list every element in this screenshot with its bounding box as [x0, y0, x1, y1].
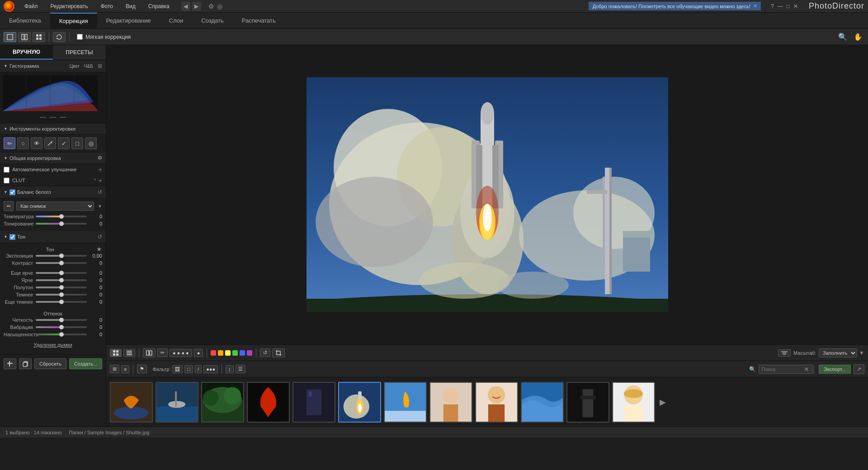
more-tools-btn[interactable]: ● ● ● ● [170, 349, 192, 357]
tab-editing[interactable]: Редактирование [97, 13, 160, 28]
mode-tab-presets[interactable]: ПРЕСЕТЫ [53, 45, 106, 60]
tool-circle[interactable]: ○ [17, 137, 29, 149]
filmstrip-thumb-7[interactable] [384, 382, 427, 423]
window-maximize[interactable]: □ [787, 3, 790, 9]
filmstrip-thumb-10[interactable] [521, 382, 564, 423]
crop-btn[interactable] [272, 348, 285, 357]
color-blue[interactable] [240, 350, 245, 356]
wb-section-header[interactable]: ▼ Баланс белого ↺ [0, 186, 106, 198]
histogram-bw-label[interactable]: Ч&Б [84, 64, 93, 69]
tool-square[interactable]: □ [71, 137, 83, 149]
tool-target[interactable]: ◎ [85, 137, 97, 149]
tab-library[interactable]: Библиотека [0, 13, 50, 28]
view-mode-list-btn[interactable] [123, 349, 135, 357]
fs-options-btn[interactable]: ☰ [236, 365, 245, 373]
fs-grid-btn[interactable]: ⊞ [110, 365, 119, 373]
hist-btn-hi[interactable]: — [60, 113, 66, 120]
hist-btn-mid[interactable]: — [50, 113, 56, 120]
filter-img-btn[interactable]: 🖼 [172, 365, 183, 373]
sort-btn[interactable] [778, 349, 791, 357]
auto-enhance-add[interactable]: + [99, 166, 102, 173]
hist-btn-shadows[interactable]: — [40, 113, 46, 120]
tool-brush[interactable] [44, 137, 56, 149]
filmstrip-thumb-6[interactable] [338, 382, 381, 423]
highlights-slider[interactable] [36, 272, 87, 274]
filmstrip-thumb-9[interactable] [475, 382, 518, 423]
create-btn[interactable]: Создать... [69, 358, 102, 369]
reset-btn[interactable]: Сбросить [34, 358, 66, 369]
tool-pen[interactable]: ✏ [4, 137, 15, 149]
tone-star-btn[interactable]: ★ [96, 245, 102, 253]
mode-tab-manual[interactable]: ВРУЧНУЮ [0, 45, 53, 60]
color-yellow[interactable] [225, 350, 231, 356]
auto-enhance-checkbox[interactable] [4, 167, 9, 173]
fs-list-btn[interactable]: ≡ [121, 365, 129, 373]
back-button[interactable]: ◀ [181, 2, 190, 11]
filmstrip-thumb-3[interactable] [201, 382, 244, 423]
temperature-slider[interactable] [36, 216, 87, 217]
window-minimize[interactable]: — [778, 3, 783, 9]
filmstrip-thumb-4[interactable] [247, 382, 290, 423]
general-correction-settings[interactable]: ⚙ [98, 155, 102, 161]
histogram-color-label[interactable]: Цвет [70, 64, 80, 69]
compare-btn[interactable] [143, 348, 156, 357]
settings-gear-icon[interactable]: ⚙ [208, 3, 214, 10]
help-question[interactable]: ? [771, 3, 774, 9]
copy-settings-btn[interactable] [19, 358, 32, 369]
color-red[interactable] [211, 350, 216, 356]
color-orange[interactable] [218, 350, 223, 356]
export-btn[interactable]: Экспорт... [819, 365, 851, 374]
zoom-icon-btn[interactable]: 🔍 [836, 32, 849, 42]
menu-help[interactable]: Справка [146, 2, 172, 10]
saturation-slider[interactable] [36, 334, 87, 335]
contrast-slider[interactable] [36, 262, 87, 264]
dot-btn[interactable]: ● [194, 349, 203, 357]
tab-print[interactable]: Распечатать [233, 13, 285, 28]
brighter-slider[interactable] [36, 279, 87, 281]
darkest-slider[interactable] [36, 301, 87, 303]
add-library-btn[interactable] [4, 358, 16, 369]
wb-preset-select[interactable]: Как снимок [16, 202, 94, 211]
expand-btn[interactable]: ↗ [854, 364, 864, 374]
rotate-left-btn[interactable]: ↺ [260, 348, 270, 357]
search-clear-btn[interactable]: ✕ [804, 366, 809, 373]
settings-target-icon[interactable]: ◎ [217, 3, 222, 10]
tool-eye[interactable]: 👁 [31, 137, 42, 149]
clarity-slider[interactable] [36, 319, 87, 321]
tone-reset[interactable]: ↺ [98, 234, 102, 240]
forward-button[interactable]: ▶ [192, 2, 201, 11]
general-correction-header[interactable]: ▼ Общая корректировка ⚙ [0, 152, 106, 164]
color-green[interactable] [232, 350, 238, 356]
filmstrip-thumb-1[interactable] [110, 382, 153, 423]
haze-removal-btn[interactable]: Удаление дымки [4, 339, 102, 351]
filmstrip-thumb-11[interactable] [566, 382, 609, 423]
menu-edit[interactable]: Редактировать [48, 2, 91, 10]
view-mode-grid-btn[interactable] [110, 349, 122, 357]
tone-section-header[interactable]: ▼ Тон ↺ [0, 231, 106, 243]
tone-checkbox[interactable] [9, 234, 15, 240]
clut-add[interactable]: + [99, 177, 102, 184]
wb-eyedropper-btn[interactable]: ✏ [4, 201, 14, 211]
filter-sq-btn[interactable]: □ [184, 365, 193, 373]
tool-check[interactable]: ✓ [58, 137, 70, 149]
tab-correction[interactable]: Коррекция [50, 13, 97, 28]
exposure-slider[interactable] [36, 255, 87, 257]
wb-checkbox[interactable] [9, 189, 15, 195]
scale-select[interactable]: Заполнить 25% 50% 100% 200% [819, 348, 857, 357]
filmstrip-scroll-right[interactable]: ▶ [658, 397, 668, 407]
fs-flags-btn[interactable]: ⚑ [137, 365, 147, 373]
clut-checkbox[interactable] [4, 178, 9, 183]
tools-section-header[interactable]: ▼ Инструменты корректировки [0, 123, 106, 135]
soft-correction-checkbox[interactable] [77, 34, 83, 40]
color-purple[interactable] [247, 350, 252, 356]
view-grid-btn[interactable] [33, 32, 45, 42]
menu-file[interactable]: Файл [22, 2, 41, 10]
edit-btn[interactable]: ✏ [157, 348, 168, 357]
notification-close[interactable]: ✕ [753, 3, 757, 9]
filmstrip-thumb-2[interactable] [156, 382, 198, 423]
menu-photo[interactable]: Фото [98, 2, 116, 10]
darker-slider[interactable] [36, 294, 87, 296]
view-split-btn[interactable] [18, 32, 31, 42]
window-close[interactable]: ✕ [793, 3, 798, 9]
hand-icon-btn[interactable]: ✋ [852, 32, 864, 42]
